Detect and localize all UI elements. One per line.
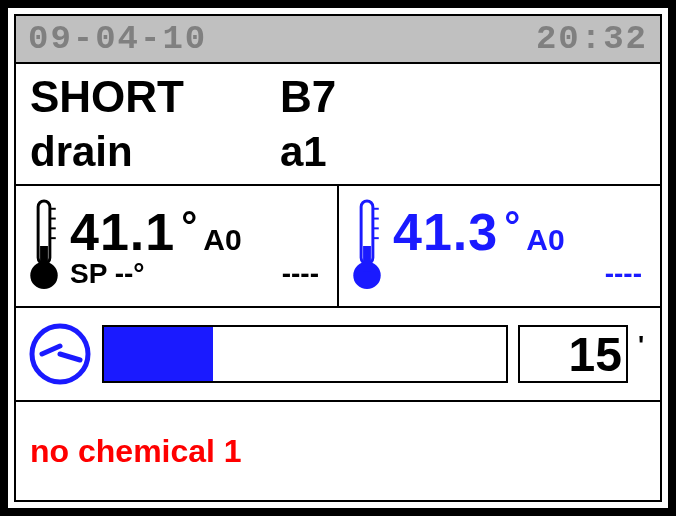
clock-icon	[28, 322, 92, 386]
temp-left-main: 41.1° A0	[70, 202, 329, 262]
progress-fill	[104, 327, 213, 381]
step-code: a1	[280, 128, 327, 176]
temp-left-value: 41.1	[70, 202, 175, 262]
step-name: drain	[30, 128, 280, 176]
svg-rect-9	[363, 246, 371, 271]
temp-box-right: 41.3° A0 ----	[339, 186, 660, 306]
program-row-2: drain a1	[30, 128, 646, 176]
temp-left-content: 41.1° A0 SP --° ----	[70, 202, 329, 290]
timer-row: 15 '	[16, 308, 660, 402]
temp-right-value: 41.3	[393, 202, 498, 262]
temp-left-sub: SP --° ----	[70, 258, 329, 290]
title-bar: 09-04-10 20:32	[16, 16, 660, 64]
program-row-1: SHORT B7	[30, 72, 646, 122]
temp-box-left: 41.1° A0 SP --° ----	[16, 186, 339, 306]
program-code: B7	[280, 72, 336, 122]
progress-bar	[102, 325, 508, 383]
temp-right-content: 41.3° A0 ----	[393, 202, 652, 290]
thermometer-icon	[24, 197, 64, 295]
program-panel: SHORT B7 drain a1	[16, 64, 660, 186]
countdown-value: 15	[518, 325, 628, 383]
date-label: 09-04-10	[28, 20, 207, 58]
status-message: no chemical 1	[16, 402, 660, 500]
svg-rect-2	[40, 246, 48, 271]
time-label: 20:32	[536, 20, 648, 58]
temp-right-main: 41.3° A0	[393, 202, 652, 262]
display-inner: 09-04-10 20:32 SHORT B7 drain a1	[14, 14, 662, 502]
program-name: SHORT	[30, 72, 280, 122]
temp-right-extra: ----	[605, 258, 642, 290]
temp-right-unit: A0	[526, 223, 564, 257]
countdown-mark: '	[638, 330, 648, 361]
temperature-row: 41.1° A0 SP --° ----	[16, 186, 660, 308]
temp-right-sub: ----	[393, 258, 652, 290]
temp-left-extra: ----	[282, 258, 319, 290]
temp-left-degree: °	[181, 204, 197, 249]
temp-left-unit: A0	[203, 223, 241, 257]
sp-label: SP	[70, 258, 107, 289]
thermometer-icon	[347, 197, 387, 295]
temp-right-degree: °	[504, 204, 520, 249]
sp-value: --°	[115, 258, 145, 289]
display-frame: 09-04-10 20:32 SHORT B7 drain a1	[0, 0, 676, 516]
